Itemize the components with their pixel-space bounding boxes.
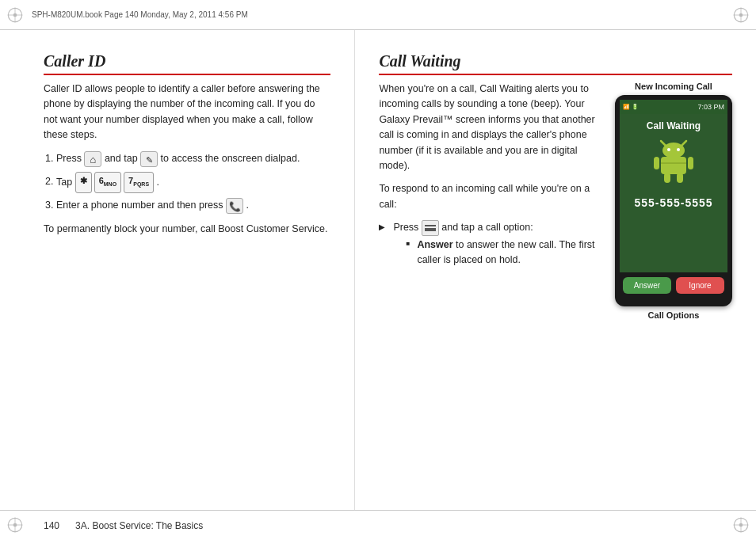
svg-rect-24 [664,173,670,183]
phone-label-top: New Incoming Call [635,82,712,91]
caller-id-steps: Press ⌂ and tap ✎ to access the onscreen… [56,151,330,214]
svg-point-18 [662,143,685,158]
top-bar-text: SPH-M820UM.book Page 140 Monday, May 2, … [32,10,248,19]
home-icon: ⌂ [84,151,101,167]
cw-step1-press: Press [393,222,421,233]
call-waiting-step-1: Press and tap a call option: Answer to a… [379,220,602,268]
dialpad-icon: ✎ [140,151,158,167]
key-7pqrs: 7PQRS [124,172,154,193]
svg-rect-21 [661,157,686,174]
call-waiting-title: Call Waiting [379,52,732,75]
phone-mockup-container: New Incoming Call 📶 🔋 7:03 PM Call Waiti… [615,82,732,320]
svg-rect-23 [688,157,693,169]
call-waiting-sub-steps: Answer to answer the new call. The first… [406,238,602,268]
ignore-button[interactable]: Ignore [676,277,724,294]
status-icons-left: 📶 🔋 [623,104,639,110]
step2-text-before: Tap [56,176,75,187]
phone-status-bar: 📶 🔋 7:03 PM [620,100,727,114]
page-number: 140 [44,520,59,531]
right-inner: When you're on a call, Call Waiting aler… [379,82,732,320]
chapter-title: 3A. Boost Service: The Basics [75,520,203,531]
svg-point-19 [667,148,670,151]
caller-id-step-2: Tap ✱ 6MNO 7PQRS . [56,172,330,193]
bottom-bar: 140 3A. Boost Service: The Basics [0,510,756,540]
android-robot-icon [650,139,697,187]
step1-text-after: to access the onscreen dialpad. [161,153,300,164]
phone-screen: Call Waiting [620,114,727,272]
step1-text-before: Press [56,153,84,164]
call-waiting-intro: When you're on a call, Call Waiting aler… [379,82,602,173]
key-icons: ✱ 6MNO 7PQRS [75,172,154,193]
caller-id-title: Caller ID [44,52,330,75]
status-time: 7:03 PM [697,103,724,111]
call-waiting-respond: To respond to an incoming call while you… [379,181,602,212]
phone-label-bottom: Call Options [648,310,700,320]
svg-rect-22 [654,157,659,169]
caller-id-intro: Caller ID allows people to identify a ca… [44,82,330,143]
caller-id-footer: To permanently block your number, call B… [44,222,330,237]
answer-bold: Answer [417,239,452,250]
key-6mno: 6MNO [94,172,121,193]
svg-line-16 [661,141,666,146]
call-icon: 📞 [226,198,243,214]
call-waiting-text: When you're on a call, Call Waiting aler… [379,82,602,320]
key-star: ✱ [75,172,92,193]
step3-text: Enter a phone number and then press [56,200,226,211]
top-bar: SPH-M820UM.book Page 140 Monday, May 2, … [0,0,756,30]
svg-line-17 [682,141,686,146]
phone-buttons-area: Answer Ignore [620,272,727,299]
step3-text-after: . [246,200,249,211]
cw-sub-step-answer: Answer to answer the new call. The first… [406,238,602,268]
call-waiting-section: Call Waiting When you're on a call, Call… [355,30,756,510]
step1-text-mid: and tap [105,153,140,164]
menu-icon [422,220,439,236]
caller-id-step-3: Enter a phone number and then press 📞 . [56,198,330,214]
svg-rect-25 [677,173,683,183]
call-waiting-steps: Press and tap a call option: Answer to a… [379,220,602,268]
phone-frame: 📶 🔋 7:03 PM Call Waiting [615,95,732,306]
answer-button[interactable]: Answer [623,277,671,294]
phone-number-display: 555-555-5555 [634,190,712,215]
caller-id-step-1: Press ⌂ and tap ✎ to access the onscreen… [56,151,330,167]
main-content: Caller ID Caller ID allows people to ide… [0,30,756,510]
cw-step1-after: and tap a call option: [441,222,533,233]
step2-text-after: . [157,176,159,187]
svg-point-20 [677,148,680,151]
phone-screen-title: Call Waiting [647,114,701,136]
caller-id-section: Caller ID Caller ID allows people to ide… [0,30,355,510]
